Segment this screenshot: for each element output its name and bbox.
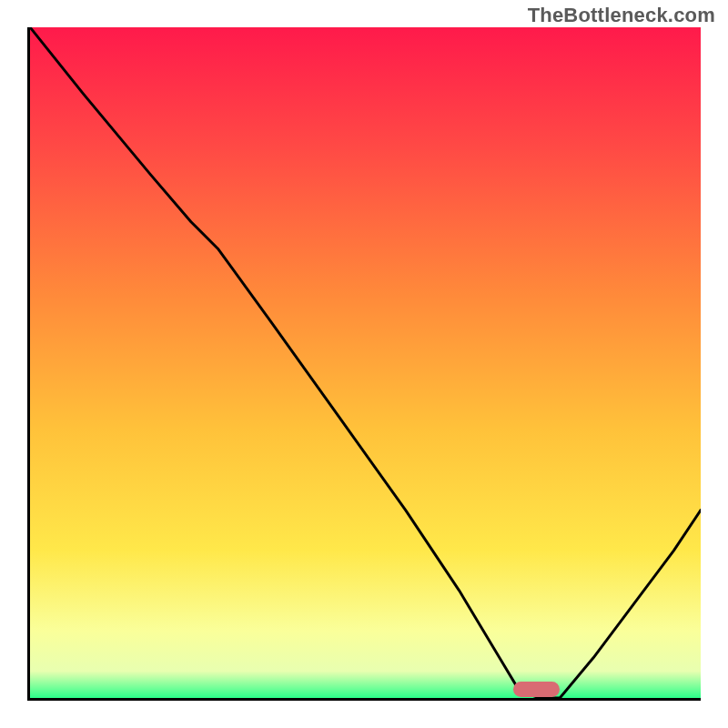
chart-plot-area [30,27,701,698]
optimal-range-marker [513,682,561,696]
watermark-text: TheBottleneck.com [528,4,715,27]
chart-bottleneck-curve [30,27,701,698]
